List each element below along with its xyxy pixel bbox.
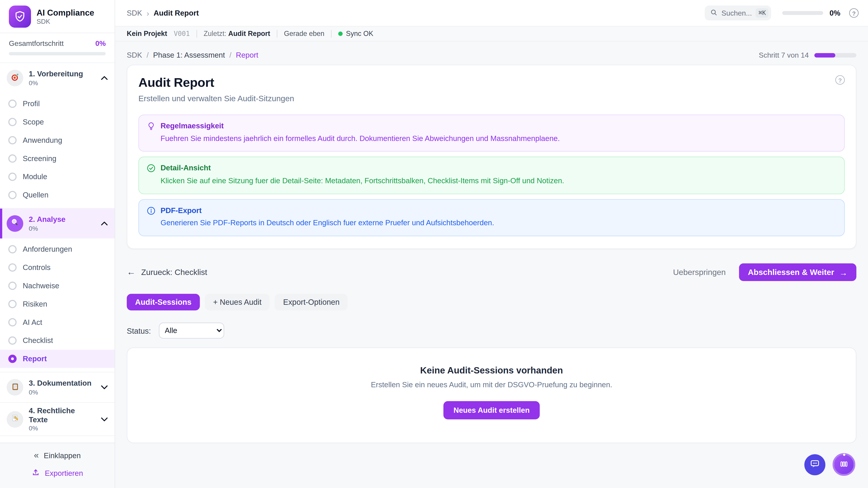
sidebar-section: 2. Analyse 0% Anforderungen xyxy=(0,208,115,372)
audit-report-card: Audit Report ? Erstellen und verwalten S… xyxy=(127,65,857,249)
last-visited-value: Audit Report xyxy=(228,30,270,37)
create-audit-button[interactable]: Neues Audit erstellen xyxy=(443,401,539,420)
sidebar-section: 1. Vorbereitung 0% Profil xyxy=(0,63,115,208)
card-help-icon[interactable]: ? xyxy=(835,75,845,85)
columns-panel-button[interactable] xyxy=(833,453,855,476)
page-breadcrumb: SDK / Phase 1: Assessment / Report xyxy=(127,51,258,59)
sidebar-section-header[interactable]: 3. Dokumentation 0% xyxy=(0,372,115,402)
breadcrumb-current: Audit Report xyxy=(153,9,199,17)
sidebar-item[interactable]: Nachweise xyxy=(0,276,115,295)
sidebar-section: 5. Betrieb 0% xyxy=(0,436,115,443)
chevron-icon xyxy=(101,417,108,422)
section-title: 2. Analyse xyxy=(29,216,65,225)
sidebar-section: 4. Rechtliche Texte 0% xyxy=(0,403,115,436)
arrow-right-icon: → xyxy=(839,268,848,276)
page-title: Audit Report xyxy=(138,75,214,90)
sidebar-item-label: Nachweise xyxy=(23,282,59,290)
chat-button[interactable] xyxy=(804,454,825,475)
section-percent: 0% xyxy=(29,425,95,432)
step-progress-bar xyxy=(814,53,856,57)
tab[interactable]: Export-Optionen xyxy=(275,294,348,311)
chevron-icon xyxy=(101,76,108,80)
info-box: Detail-Ansicht Klicken Sie auf eine Sitz… xyxy=(138,157,845,194)
top-bar: SDK › Audit Report Suchen... ⌘K 0% ? xyxy=(115,0,868,27)
info-boxes: Regelmaessigkeit Fuehren Sie mindestens … xyxy=(138,115,845,236)
sidebar-item-label: Risiken xyxy=(23,300,47,308)
app-window: AI Compliance SDK Gesamtfortschritt 0% xyxy=(0,0,868,488)
sidebar-item[interactable]: Screening xyxy=(0,149,115,168)
app-title: AI Compliance xyxy=(37,8,94,17)
sidebar-item-label: Report xyxy=(23,355,47,363)
sidebar-section-header[interactable]: 5. Betrieb 0% xyxy=(0,436,115,443)
sidebar-item[interactable]: Module xyxy=(0,168,115,186)
search-placeholder: Suchen... xyxy=(721,9,752,17)
chevron-icon xyxy=(101,385,108,390)
app-logo-row: AI Compliance SDK xyxy=(0,0,115,33)
main-area: SDK › Audit Report Suchen... ⌘K 0% ? xyxy=(115,0,868,488)
upload-icon xyxy=(32,468,40,479)
complete-next-button[interactable]: Abschliessen & Weiter → xyxy=(739,263,856,281)
info-box: Regelmaessigkeit Fuehren Sie mindestens … xyxy=(138,115,845,152)
floating-buttons xyxy=(804,453,855,476)
magnifier-icon xyxy=(11,218,20,229)
divider xyxy=(331,30,331,37)
info-box-title: PDF-Export xyxy=(160,206,494,216)
sidebar-item-label: Module xyxy=(23,173,47,181)
divider xyxy=(277,30,277,37)
collapse-sidebar-button[interactable]: « Einklappen xyxy=(34,451,81,460)
back-button[interactable]: ← Zurueck: Checklist xyxy=(127,268,207,277)
sidebar-item[interactable]: Report xyxy=(0,350,115,368)
step-status-icon xyxy=(8,263,17,272)
breadcrumb-sdk[interactable]: SDK xyxy=(127,9,142,17)
tab[interactable]: + Neues Audit xyxy=(205,294,270,311)
sidebar-item-label: Anwendung xyxy=(23,136,62,144)
check-circle-icon xyxy=(147,164,156,186)
sidebar-item[interactable]: Anforderungen xyxy=(0,240,115,258)
sidebar-item[interactable]: Checklist xyxy=(0,331,115,350)
tabs: Audit-Sessions + Neues Audit Export-Opti… xyxy=(127,294,857,311)
sync-status: Sync OK xyxy=(338,30,373,37)
step-status-icon xyxy=(8,118,17,126)
step-status-icon xyxy=(8,318,17,326)
sidebar-item-label: Screening xyxy=(23,154,56,163)
step-progress-fill xyxy=(814,53,835,57)
empty-state-title: Keine Audit-Sessions vorhanden xyxy=(420,365,563,376)
sidebar-item-label: Quellen xyxy=(23,191,49,199)
sidebar-section-header[interactable]: 1. Vorbereitung 0% xyxy=(0,63,115,93)
sidebar-item-label: Profil xyxy=(23,100,39,108)
last-visited-label: Zuletzt: xyxy=(204,30,226,37)
sidebar-item[interactable]: Profil xyxy=(0,95,115,113)
sidebar-section-header[interactable]: 4. Rechtliche Texte 0% xyxy=(0,403,115,435)
overall-progress-label: Gesamtfortschritt xyxy=(9,39,64,48)
sidebar-item[interactable]: Controls xyxy=(0,258,115,277)
page-breadcrumb-sdk[interactable]: SDK xyxy=(127,51,142,59)
info-box-title: Regelmaessigkeit xyxy=(160,121,560,131)
skip-button[interactable]: Ueberspringen xyxy=(668,265,731,280)
sidebar-sections: 1. Vorbereitung 0% Profil xyxy=(0,63,115,443)
sidebar-item[interactable]: Risiken xyxy=(0,295,115,313)
sidebar-item[interactable]: Quellen xyxy=(0,186,115,204)
page-breadcrumb-current: Report xyxy=(236,51,258,59)
tab[interactable]: Audit-Sessions xyxy=(127,294,200,311)
step-status-icon xyxy=(8,154,17,163)
status-filter-select[interactable]: Alle xyxy=(159,323,224,339)
sidebar-item-label: Scope xyxy=(23,118,44,126)
status-filter-row: Status: Alle xyxy=(127,323,857,339)
sidebar-section-header[interactable]: 2. Analyse 0% xyxy=(0,208,115,238)
version-badge: V001 xyxy=(174,30,190,37)
step-status-icon xyxy=(8,191,17,199)
info-box-body: Generieren Sie PDF-Reports in Deutsch od… xyxy=(160,218,494,229)
step-status-icon xyxy=(8,173,17,181)
arrow-left-icon: ← xyxy=(127,268,135,277)
section-percent: 0% xyxy=(29,389,91,395)
sidebar-item[interactable]: Scope xyxy=(0,113,115,131)
search-input[interactable]: Suchen... ⌘K xyxy=(705,5,771,20)
page-content: SDK / Phase 1: Assessment / Report Schri… xyxy=(115,41,868,488)
sidebar-item[interactable]: AI Act xyxy=(0,313,115,331)
sidebar-item[interactable]: Anwendung xyxy=(0,131,115,149)
overall-progress-value: 0% xyxy=(95,39,106,48)
export-button[interactable]: Exportieren xyxy=(32,468,83,479)
empty-state-panel: Keine Audit-Sessions vorhanden Erstellen… xyxy=(127,348,857,444)
page-breadcrumb-phase[interactable]: Phase 1: Assessment xyxy=(153,51,225,59)
help-icon[interactable]: ? xyxy=(849,8,859,18)
